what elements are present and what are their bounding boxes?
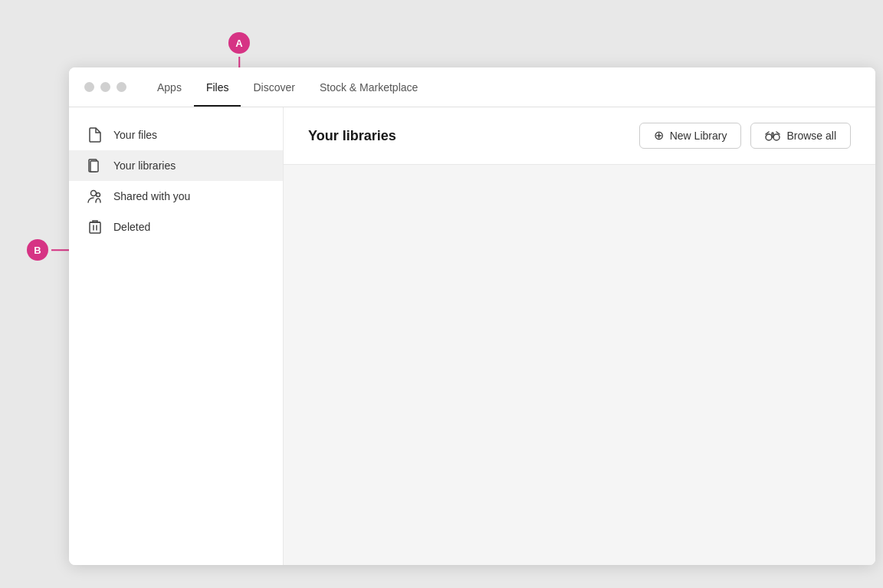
sidebar-item-deleted[interactable]: Deleted [69,212,283,242]
app-window: Apps Files Discover Stock & Marketplace [69,67,875,565]
svg-point-2 [91,191,97,196]
svg-rect-4 [90,222,100,233]
tab-files[interactable]: Files [194,67,241,107]
minimize-dot[interactable] [100,82,110,92]
file-icon [87,127,103,143]
content-area: Your libraries ⊕ New Library [284,107,875,565]
sidebar: Your files Your libraries [69,107,284,565]
tab-stock[interactable]: Stock & Marketplace [307,67,430,107]
svg-point-8 [766,134,772,140]
content-header: Your libraries ⊕ New Library [284,107,875,165]
annotation-b: B [27,239,48,261]
trash-icon [87,219,103,235]
binoculars-icon [765,130,780,141]
browse-all-button[interactable]: Browse all [750,123,851,149]
new-library-button[interactable]: ⊕ New Library [639,123,742,149]
sidebar-item-your-files[interactable]: Your files [69,120,283,150]
library-icon [87,158,103,173]
svg-rect-1 [90,161,98,172]
sidebar-item-shared-with-you[interactable]: Shared with you [69,181,283,212]
plus-circle-icon: ⊕ [654,130,664,142]
svg-point-3 [97,193,100,197]
content-body [284,165,875,565]
content-title: Your libraries [308,128,396,144]
window-controls [84,82,126,92]
maximize-dot[interactable] [117,82,126,92]
nav-tabs: Apps Files Discover Stock & Marketplace [145,67,430,107]
close-dot[interactable] [84,82,94,92]
annotation-a: A [228,32,250,54]
tab-apps[interactable]: Apps [145,67,194,107]
main-area: Your files Your libraries [69,107,875,565]
titlebar: Apps Files Discover Stock & Marketplace [69,67,875,107]
svg-point-9 [773,134,780,140]
shared-icon [87,189,103,204]
sidebar-item-your-libraries[interactable]: Your libraries [69,150,283,181]
header-actions: ⊕ New Library [639,123,851,149]
tab-discover[interactable]: Discover [241,67,307,107]
